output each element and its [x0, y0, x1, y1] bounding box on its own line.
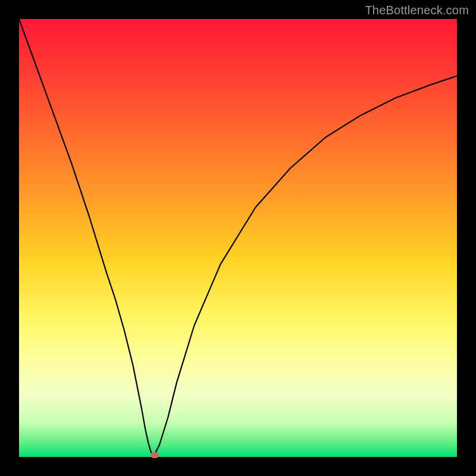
- curve-svg: [19, 19, 457, 457]
- optimum-marker: [151, 452, 159, 458]
- chart-plot-area: [19, 19, 457, 457]
- chart-frame: TheBottleneck.com: [0, 0, 476, 476]
- bottleneck-curve: [19, 19, 457, 455]
- watermark-text: TheBottleneck.com: [365, 4, 469, 17]
